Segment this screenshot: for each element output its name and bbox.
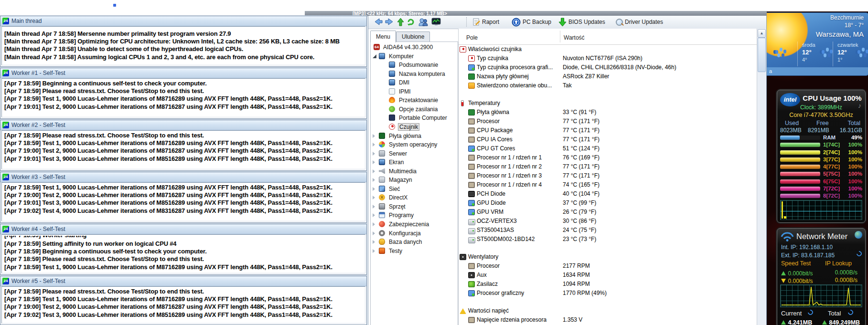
sensor-row-procesor-nr-1-rdze-nr-4[interactable]: Procesor nr 1 / rdzeń nr 474 °C (165 °F): [459, 180, 757, 189]
refresh-total-icon[interactable]: [847, 309, 854, 316]
expand-arrow-icon[interactable]: [373, 249, 375, 253]
expand-arrow-icon[interactable]: [373, 222, 375, 226]
tree-item-czujnik[interactable]: Czujnik: [371, 123, 458, 131]
tree-item-zabezpieczenia[interactable]: Zabezpieczenia: [371, 220, 458, 229]
sensor-row-typ-czujnika-procesora-grafi[interactable]: Typ czujnika procesora grafi...Diode, CH…: [459, 63, 757, 72]
sensor-row-procesor-nr-1-rdze-nr-3[interactable]: Procesor nr 1 / rdzeń nr 377 °C (171 °F): [459, 171, 757, 180]
tree-item-baza-danych[interactable]: Baza danych: [371, 238, 458, 246]
sensor-panel-icon[interactable]: [431, 18, 441, 26]
up-icon[interactable]: [397, 18, 404, 26]
expand-arrow-icon[interactable]: [373, 152, 375, 156]
sensor-section-temperatury[interactable]: Temperatury: [459, 99, 757, 108]
tree-item-magazyn[interactable]: Magazyn: [371, 176, 458, 184]
list-scrollbar[interactable]: ▲: [757, 29, 766, 325]
sensor-row-zasilacz[interactable]: Zasilacz1094 RPM: [459, 280, 757, 289]
tree-item-aida64-v4-30-2900[interactable]: 64AIDA64 v4.30.2900: [371, 43, 458, 52]
expand-arrow-icon[interactable]: [373, 213, 375, 217]
expand-arrow-icon[interactable]: [373, 169, 375, 173]
column-divider[interactable]: [560, 31, 560, 42]
toolbar-button-bios-updates[interactable]: BIOS Updates: [558, 16, 605, 28]
sensor-row-procesor-nr-1-rdze-nr-1[interactable]: Procesor nr 1 / rdzeń nr 176 °C (169 °F): [459, 153, 757, 162]
sensor-row-procesor[interactable]: Procesor2177 RPM: [459, 262, 757, 271]
tree-item-portable-computer[interactable]: Portable Computer: [371, 114, 458, 122]
tree-item-multimedia[interactable]: Multimedia: [371, 167, 458, 176]
tree-item-directx[interactable]: XDirectX: [371, 193, 458, 202]
expand-arrow-icon[interactable]: [373, 134, 375, 138]
sensor-row-gpu-diode[interactable]: GPU Diode37 °C (99 °F): [459, 199, 757, 208]
sensor-row-st3500413as[interactable]: ST3500413AS24 °C (75 °F): [459, 226, 757, 235]
expand-arrow-icon[interactable]: [373, 205, 375, 209]
tree-item-serwer[interactable]: Serwer: [371, 149, 458, 158]
tree-item-dmi[interactable]: DMI: [371, 78, 458, 87]
expand-arrow-icon[interactable]: [373, 143, 375, 147]
sensor-section-wentylatory[interactable]: Wentylatory: [459, 252, 757, 262]
window-titlebar[interactable]: 24Worker #4 - Self-Test: [0, 224, 366, 234]
tree-item-podsumowanie[interactable]: Podsumowanie: [371, 61, 458, 69]
sensor-section-warto-ci-napi[interactable]: Wartości napięć: [459, 306, 757, 315]
toolbar-button-raport[interactable]: Raport: [472, 16, 499, 28]
sensor-row-ocz-vertex3[interactable]: OCZ-VERTEX330 °C (86 °F): [459, 217, 757, 226]
tree-item-sie[interactable]: Sieć: [371, 185, 458, 193]
tree-item-opcje-zasilania[interactable]: Opcje zasilania: [371, 105, 458, 114]
window-titlebar[interactable]: 24Worker #3 - Self-Test: [0, 172, 366, 182]
cpu-usage-gadget[interactable]: intel CPU Usage 100% ♪ Clock: 3899MHz Co…: [777, 90, 866, 223]
sensor-row-aux[interactable]: Aux1634 RPM: [459, 271, 757, 280]
refresh-icon[interactable]: [407, 18, 415, 26]
scroll-up-button[interactable]: ▲: [758, 29, 766, 38]
sensor-row-napi-cie-rdzenia-procesora[interactable]: Napięcie rdzenia procesora1.353 V: [459, 315, 757, 325]
tree-item-konfiguracja[interactable]: Konfiguracja: [371, 229, 458, 238]
sensor-row-st500dm002-1bd142[interactable]: ST500DM002-1BD14223 °C (73 °F): [459, 235, 757, 244]
scrollbar-thumb[interactable]: [758, 38, 766, 72]
sensor-row-gpu-vrm[interactable]: GPU VRM26 °C (79 °F): [459, 208, 757, 217]
toolbar-button-pc-backup[interactable]: PC Backup: [512, 16, 551, 28]
network-meter-gadget[interactable]: Network Meter Int. IP: 192.168.1.10 Ext.…: [777, 228, 866, 325]
column-header-wartosc[interactable]: Wartość: [564, 34, 585, 41]
sensor-row-nazwa-p-yty-g-wnej[interactable]: Nazwa płyty głównejASRock Z87 Killer: [459, 72, 757, 81]
sensor-row-procesor[interactable]: Procesor77 °C (171 °F): [459, 117, 757, 126]
toolbar-button-driver-updates[interactable]: Driver Updates: [616, 16, 663, 28]
tree-item-komputer[interactable]: Komputer: [371, 52, 458, 61]
sensor-row-stwierdzono-otwieranie-obu[interactable]: Stwierdzono otwieranie obu...Tak: [459, 81, 757, 90]
tree-item-sprz-t[interactable]: Sprzęt: [371, 202, 458, 211]
tab-ulubione[interactable]: Ulubione: [396, 31, 430, 42]
expand-arrow-icon[interactable]: [373, 240, 375, 244]
collapse-arrow-icon[interactable]: [373, 54, 376, 58]
tree-item-system-operacyjny[interactable]: System operacyjny: [371, 140, 458, 149]
window-titlebar[interactable]: 24Worker #1 - Self-Test: [0, 68, 366, 78]
tree-item-p-yta-g-wna[interactable]: Płyta główna: [371, 132, 458, 140]
back-icon[interactable]: [373, 18, 383, 26]
refresh-ip-icon[interactable]: [856, 250, 863, 257]
sensor-row-cpu-ia-cores[interactable]: CPU IA Cores77 °C (171 °F): [459, 135, 757, 144]
speed-test-link[interactable]: Speed Test: [781, 260, 811, 267]
expand-arrow-icon[interactable]: [373, 231, 375, 235]
tree-item-nazwa-komputera[interactable]: Nazwa komputera: [371, 70, 458, 78]
sensor-row-cpu-gt-cores[interactable]: CPU GT Cores51 °C (124 °F): [459, 144, 757, 153]
cpu-bar-value: 49%: [851, 135, 862, 140]
expand-arrow-icon[interactable]: [373, 187, 375, 191]
sensor-row-p-yta-g-wna[interactable]: Płyta główna33 °C (91 °F): [459, 108, 757, 117]
ip-lookup-link[interactable]: IP Lookup: [825, 260, 852, 267]
tree-item-testy[interactable]: Testy: [371, 247, 458, 255]
window-titlebar[interactable]: 24Worker #2 - Self-Test: [0, 120, 366, 130]
sensor-row-typ-czujnika[interactable]: Typ czujnikaNuvoton NCT6776F (ISA 290h): [459, 54, 757, 63]
refresh-current-icon[interactable]: [807, 309, 814, 316]
expand-arrow-icon[interactable]: [373, 196, 375, 199]
expand-arrow-icon[interactable]: [373, 160, 375, 164]
users-icon[interactable]: [418, 18, 429, 26]
sensor-row-procesor-graficzny[interactable]: Procesor graficzny1770 RPM (49%): [459, 289, 757, 298]
globe-icon[interactable]: [855, 231, 862, 239]
column-header-pole[interactable]: Pole: [466, 34, 478, 41]
expand-arrow-icon[interactable]: [373, 178, 375, 182]
sensor-row-cpu-package[interactable]: CPU Package77 °C (171 °F): [459, 126, 757, 135]
window-titlebar[interactable]: 24Worker #5 - Self-Test: [0, 276, 366, 286]
sensor-row-procesor-nr-1-rdze-nr-2[interactable]: Procesor nr 1 / rdzeń nr 277 °C (171 °F): [459, 162, 757, 171]
window-titlebar[interactable]: 24Main thread: [0, 16, 366, 26]
sensor-section-w-a-ciwo-ci-czujnika[interactable]: Właściwości czujnika: [459, 45, 757, 54]
tree-item-przetaktowanie[interactable]: Przetaktowanie: [371, 96, 458, 105]
tree-item-ekran[interactable]: Ekran: [371, 158, 458, 167]
tree-item-ipmi[interactable]: IPMI: [371, 87, 458, 96]
forward-icon[interactable]: [385, 18, 395, 26]
tree-item-programy[interactable]: Programy: [371, 211, 458, 220]
sensor-row-pch-diode[interactable]: PCH Diode40 °C (104 °F): [459, 189, 757, 199]
tab-menu[interactable]: Menu: [370, 31, 396, 42]
